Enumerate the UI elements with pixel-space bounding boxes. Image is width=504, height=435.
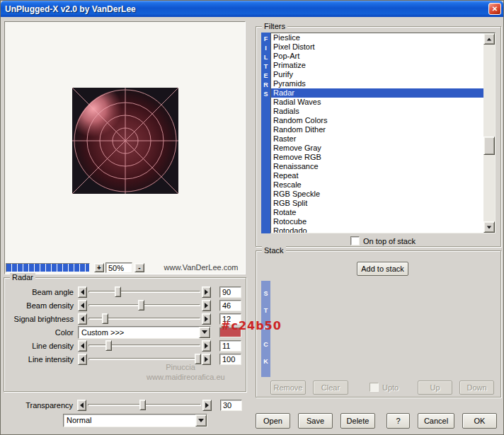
arrow-left-icon (81, 343, 84, 349)
signal-brightness-slider[interactable] (88, 313, 201, 325)
arrow-left-icon (81, 356, 84, 362)
zoom-in-button[interactable]: + (94, 263, 104, 272)
help-button[interactable]: ? (386, 413, 410, 429)
transparency-slider[interactable] (87, 399, 202, 411)
filter-item[interactable]: Pop-Art (271, 52, 483, 61)
signal-brightness-decrease-button[interactable] (78, 313, 87, 325)
remove-button[interactable]: Remove (270, 381, 306, 395)
ok-button[interactable]: OK (462, 413, 497, 429)
stack-group-label: Stack (262, 246, 286, 255)
filters-group-label: Filters (262, 22, 287, 30)
filter-item[interactable]: Random Colors (271, 116, 483, 125)
filter-item[interactable]: RGB Speckle (271, 190, 483, 199)
filter-item[interactable]: Radar (271, 88, 483, 98)
zoom-level-field[interactable] (105, 262, 132, 273)
slider-thumb[interactable] (102, 313, 108, 324)
scroll-down-button[interactable] (483, 221, 495, 233)
open-button[interactable]: Open (256, 413, 290, 429)
close-button[interactable]: ✕ (488, 3, 501, 15)
beam-density-increase-button[interactable] (202, 300, 211, 311)
filter-item[interactable]: Raster (271, 134, 483, 144)
up-button[interactable]: Up (418, 381, 452, 395)
filter-item[interactable]: Remove RGB (271, 153, 483, 162)
line-density-decrease-button[interactable] (78, 340, 87, 352)
arrow-right-icon (205, 343, 208, 349)
arrow-right-icon (205, 316, 208, 322)
filters-vertical-banner: FILTERS (261, 33, 270, 233)
filter-item[interactable]: Purify (271, 70, 483, 79)
filter-item[interactable]: Primatize (271, 61, 483, 70)
line-intensity-input[interactable] (219, 354, 241, 365)
title-bar[interactable]: UnPlugged-X v2.0 by VanDerLee (1, 1, 503, 17)
filter-item[interactable]: Renaissance (271, 162, 483, 171)
transparency-row: Transparency (4, 398, 246, 412)
on-top-of-stack-checkbox[interactable] (350, 236, 360, 245)
radar-group-label: Radar (10, 273, 35, 282)
dropdown-arrow-button[interactable] (195, 414, 207, 427)
filters-inner: FILTERS PieslicePixel DistortPop-ArtPrim… (261, 33, 496, 233)
stack-list-empty[interactable] (270, 281, 496, 377)
beam-density-slider[interactable] (88, 299, 201, 311)
transparency-input[interactable] (220, 400, 242, 411)
beam-angle-decrease-button[interactable] (78, 286, 87, 298)
slider-thumb[interactable] (105, 340, 112, 351)
filter-item[interactable]: RGB Split (271, 199, 483, 208)
line-density-label: Line density (8, 342, 78, 350)
line-density-increase-button[interactable] (202, 340, 211, 352)
filter-item[interactable]: Remove Gray (271, 144, 483, 153)
watermark-line2: www.maidireorafica.eu (147, 372, 214, 382)
signal-brightness-label: Signal brightness (8, 315, 78, 323)
filter-item[interactable]: Rotate (271, 208, 483, 217)
color-label: Color (8, 328, 78, 337)
filter-item[interactable]: Rescale (271, 180, 483, 190)
line-intensity-decrease-button[interactable] (78, 354, 87, 365)
beam-density-decrease-button[interactable] (78, 300, 87, 311)
zoom-progress-bar (6, 263, 90, 272)
filter-item[interactable]: Pieslice (271, 33, 483, 42)
slider-thumb[interactable] (139, 400, 146, 410)
line-density-input[interactable] (219, 340, 241, 352)
filter-item[interactable]: Random Dither (271, 125, 483, 134)
delete-button[interactable]: Delete (340, 413, 375, 429)
zoom-out-button[interactable]: - (134, 263, 144, 272)
filter-item[interactable]: Repeat (271, 171, 483, 180)
scrollbar-thumb[interactable] (483, 137, 495, 155)
slider-thumb[interactable] (115, 286, 121, 297)
vendor-website-text: www.VanDerLee.com (156, 263, 246, 272)
upto-checkbox[interactable] (370, 383, 379, 392)
transparency-increase-button[interactable] (202, 400, 212, 411)
stack-controls: Remove Clear Upto Up Down (256, 381, 500, 395)
dropdown-arrow-button[interactable] (199, 327, 210, 338)
stack-group: Stack Add to stack STACK Remove Clear Up… (256, 250, 501, 398)
beam-angle-increase-button[interactable] (202, 286, 211, 298)
filters-list[interactable]: PieslicePixel DistortPop-ArtPrimatizePur… (270, 33, 496, 233)
filter-item[interactable]: Pyramids (271, 79, 483, 88)
color-dropdown[interactable]: Custom >>> (78, 326, 211, 339)
arrow-left-icon (81, 289, 84, 295)
add-to-stack-button[interactable]: Add to stack (357, 262, 408, 276)
beam-angle-slider[interactable] (88, 286, 201, 298)
filter-item[interactable]: Radial Waves (271, 98, 483, 107)
arrow-up-icon (487, 37, 491, 40)
scroll-up-button[interactable] (483, 33, 495, 45)
line-density-slider[interactable] (88, 340, 201, 352)
beam-density-input[interactable] (219, 300, 241, 311)
signal-brightness-row: Signal brightness (8, 312, 241, 325)
transparency-decrease-button[interactable] (77, 400, 86, 411)
slider-thumb[interactable] (138, 300, 144, 311)
save-button[interactable]: Save (298, 413, 333, 429)
clear-button[interactable]: Clear (313, 381, 348, 395)
filter-item[interactable]: Rotodado (271, 226, 483, 233)
down-button[interactable]: Down (459, 381, 494, 395)
beam-angle-input[interactable] (219, 286, 241, 298)
beam-angle-label: Beam angle (8, 288, 78, 296)
filter-item[interactable]: Radials (271, 107, 483, 116)
cancel-button[interactable]: Cancel (418, 413, 454, 429)
stack-list-area: STACK (261, 281, 496, 377)
filter-item[interactable]: Pixel Distort (271, 42, 483, 52)
filter-item[interactable]: Rotocube (271, 217, 483, 226)
close-icon: ✕ (492, 5, 498, 13)
blend-mode-dropdown[interactable]: Normal (63, 414, 207, 427)
filters-scrollbar[interactable] (483, 33, 495, 233)
signal-brightness-increase-button[interactable] (202, 313, 211, 325)
